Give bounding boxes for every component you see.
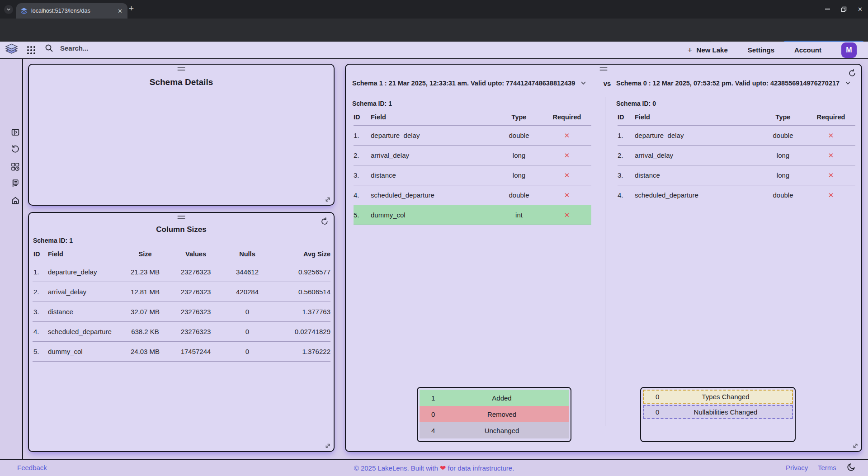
required-cross-icon: ✕ [807, 126, 855, 146]
theme-toggle-moon-icon[interactable] [846, 462, 856, 472]
cell-id: 1. [33, 262, 48, 282]
drag-handle-icon[interactable] [178, 67, 185, 72]
new-lake-label: New Lake [697, 46, 728, 54]
cell-type: double [760, 126, 807, 146]
schema-right-table: ID Field Type Required 1.departure_delay… [618, 109, 855, 205]
cell-values: 23276323 [170, 322, 222, 342]
cell-id: 3. [618, 165, 635, 185]
resize-handle-icon[interactable] [325, 196, 331, 203]
home-icon [11, 196, 20, 205]
header-actions: + New Lake Settings Account M [688, 42, 857, 58]
sidebar-item-dashboards[interactable] [11, 162, 20, 171]
new-lake-button[interactable]: + New Lake [688, 45, 728, 55]
heart-icon: ❤ [440, 464, 446, 472]
restore-button[interactable] [841, 6, 847, 12]
cell-nulls: 0 [222, 342, 273, 362]
table-row: 1.departure_delaydouble✕ [618, 126, 855, 146]
app-favicon-icon [20, 7, 28, 14]
table-header-row: ID Field Size Values Nulls Avg Size [33, 246, 330, 262]
cell-size: 638.2 KB [121, 322, 170, 342]
column-header: Field [635, 109, 760, 126]
search-placeholder: Search... [60, 44, 89, 52]
required-cross-icon: ✕ [542, 146, 591, 165]
report-icon [11, 179, 20, 188]
schema-select-left[interactable]: Schema 1 : 21 Mar 2025, 12:33:31 am. Val… [352, 80, 586, 87]
sidebar-item-reports[interactable] [11, 179, 20, 188]
resize-handle-icon[interactable] [325, 443, 331, 449]
privacy-link[interactable]: Privacy [786, 464, 808, 471]
schema-select-right[interactable]: Schema 0 : 12 Mar 2025, 07:53:52 pm. Val… [616, 80, 850, 87]
dashboard-history-icon [11, 162, 20, 171]
column-header: Type [760, 109, 807, 126]
cell-field: arrival_delay [635, 146, 760, 165]
column-header: ID [618, 109, 635, 126]
legend-row: 0Types Changed [643, 390, 793, 404]
column-header: Field [48, 246, 121, 262]
panel-title: Column Sizes [29, 225, 334, 234]
cell-nulls: 0 [222, 302, 273, 322]
schema-select-label: Schema 0 : 12 Mar 2025, 07:53:52 pm. Val… [616, 80, 840, 87]
required-cross-icon: ✕ [542, 165, 591, 185]
schema-left-tbody: 1.departure_delaydouble✕2.arrival_delayl… [354, 126, 591, 225]
sidebar-item-home[interactable] [11, 196, 20, 205]
required-cross-icon: ✕ [807, 165, 855, 185]
tab-close-icon[interactable]: ✕ [117, 7, 123, 15]
cell-type: double [495, 126, 542, 146]
drag-handle-icon[interactable] [600, 67, 608, 72]
cell-values: 17457244 [170, 342, 222, 362]
table-header-row: ID Field Type Required [354, 109, 591, 126]
legend-row: 0Nullabilities Changed [643, 405, 793, 419]
cell-size: 21.23 MB [121, 262, 170, 282]
column-header: Size [121, 246, 170, 262]
cell-field: arrival_delay [371, 146, 495, 165]
refresh-icon[interactable] [848, 69, 857, 78]
column-header: Field [371, 109, 495, 126]
cell-values: 23276323 [170, 282, 222, 302]
table-row: 1.departure_delay21.23 MB232763233446120… [33, 262, 330, 282]
cell-field: departure_delay [371, 126, 495, 146]
sidebar-item-history[interactable] [11, 145, 20, 154]
changes-legend: 0Types Changed0Nullabilities Changed [640, 387, 796, 442]
drag-handle-icon[interactable] [178, 216, 185, 220]
legend-row: 1Added [420, 390, 569, 406]
user-avatar[interactable]: M [841, 42, 857, 58]
resize-handle-icon[interactable] [852, 443, 859, 449]
table-row: 3.distancelong✕ [354, 165, 591, 185]
apps-grid-icon[interactable] [26, 45, 37, 56]
required-cross-icon: ✕ [542, 205, 591, 225]
search-input[interactable]: Search... [45, 44, 89, 52]
legend-label: Added [476, 394, 511, 402]
settings-button[interactable]: Settings [748, 46, 774, 54]
account-button[interactable]: Account [794, 46, 821, 54]
tab-search-button[interactable] [4, 5, 13, 14]
required-cross-icon: ✕ [807, 185, 855, 205]
refresh-icon[interactable] [320, 217, 329, 226]
browser-tab-strip: localhost:5173/lens/das ✕ + ✕ [0, 0, 868, 19]
chevron-down-icon [581, 81, 586, 85]
cell-avg-size: 0.5606514 [273, 282, 330, 302]
legend-label: Types Changed [686, 393, 749, 401]
cell-field: distance [635, 165, 760, 185]
sidebar-item-expand[interactable] [11, 128, 20, 137]
close-button[interactable]: ✕ [858, 6, 863, 13]
app-header: Search... + New Lake Settings Account M [0, 42, 868, 59]
legend-count: 0 [431, 410, 435, 418]
window-controls: ✕ [825, 4, 863, 14]
cell-id: 2. [354, 146, 371, 165]
plus-icon: + [688, 45, 693, 55]
minimize-button[interactable] [825, 9, 830, 9]
cell-field: departure_delay [48, 262, 121, 282]
new-tab-button[interactable]: + [129, 4, 134, 14]
cell-nulls: 420284 [222, 282, 273, 302]
table-row: 5.dummy_col24.03 MB1745724401.376222 [33, 342, 330, 362]
table-row: 2.arrival_delaylong✕ [618, 146, 855, 165]
table-row: 2.arrival_delaylong✕ [354, 146, 591, 165]
copyright-post: for data infrastructure. [448, 464, 514, 472]
app-logo-icon[interactable] [4, 42, 19, 57]
browser-tab[interactable]: localhost:5173/lens/das ✕ [16, 3, 127, 19]
terms-link[interactable]: Terms [818, 464, 836, 471]
cell-id: 2. [33, 282, 48, 302]
schema-id-label: Schema ID: 0 [616, 100, 656, 107]
cell-type: long [760, 165, 807, 185]
legend-row: 4Unchanged [420, 422, 569, 438]
